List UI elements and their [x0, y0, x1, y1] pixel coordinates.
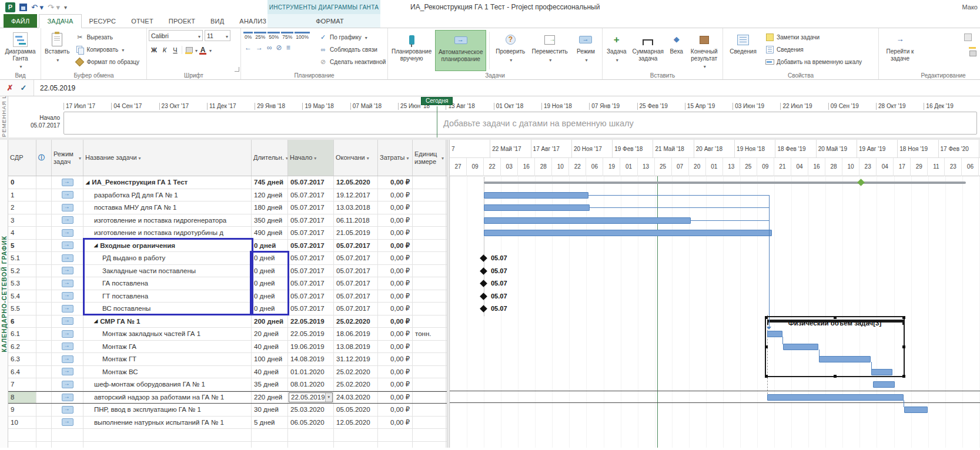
progress-25-button[interactable]: 25%: [254, 32, 266, 41]
task-bar-3[interactable]: [484, 217, 691, 224]
unlink-tasks-icon[interactable]: ⊘: [276, 43, 282, 52]
add-to-timeline-button[interactable]: Добавить на временную шкалу: [763, 56, 864, 68]
task-mode-button[interactable]: Режим: [571, 30, 600, 71]
insert-deliverable-button[interactable]: Конечный результат: [687, 30, 721, 71]
task-row-5.1[interactable]: 5.1РД выдано в работу0 дней05.07.201705.…: [8, 252, 447, 265]
milestone-5-3[interactable]: [480, 280, 487, 287]
selection-handle[interactable]: [765, 375, 768, 378]
task-bar-8[interactable]: [767, 394, 904, 401]
milestone-5-4[interactable]: [480, 293, 487, 300]
project-logo-icon[interactable]: [5, 2, 15, 12]
task-row-5.2[interactable]: 5.2Закладные части поставлены0 дней05.07…: [8, 265, 447, 278]
task-row-7[interactable]: 7шеф-монтаж оборудования ГА № 135 дней08…: [8, 378, 447, 391]
font-color-button[interactable]: [198, 45, 208, 55]
selection-handle[interactable]: [902, 345, 905, 348]
task-row-6.1[interactable]: 6.1Монтаж закладных частей ГА 120 дней22…: [8, 328, 447, 341]
progress-50-button[interactable]: 50%: [267, 32, 280, 41]
save-icon[interactable]: [19, 4, 27, 11]
selection-handle[interactable]: [765, 316, 768, 319]
selection-handle[interactable]: [902, 375, 905, 378]
date-picker-dropdown-icon[interactable]: [325, 393, 332, 402]
column-header-единицизмере[interactable]: Единиц измере: [413, 140, 446, 176]
task-row-10[interactable]: 10выполнение натурных испытаний ГА № 15 …: [8, 417, 447, 429]
undo-icon[interactable]: [31, 3, 44, 12]
indent-task-icon[interactable]: →: [256, 43, 263, 52]
background-color-button[interactable]: [183, 45, 194, 55]
milestone-5-5[interactable]: [480, 305, 487, 313]
task-row-4[interactable]: 4изготовление и поставка гидротурбины д4…: [8, 227, 447, 240]
tab-analysis[interactable]: АНАЛИЗ: [232, 14, 274, 28]
link-tasks-icon[interactable]: ∞: [267, 43, 272, 52]
mark-on-track-button[interactable]: ✓По графику: [316, 31, 388, 43]
column-header-[interactable]: ⓘ: [36, 140, 52, 176]
accept-entry-icon[interactable]: [21, 83, 27, 92]
column-header-сдр[interactable]: СДР: [8, 140, 36, 176]
paste-button[interactable]: Вставить: [43, 30, 71, 71]
task-row-5.5[interactable]: 5.5ВС поставлены0 дней05.07.201705.07.20…: [8, 303, 447, 315]
selection-handle[interactable]: [834, 316, 837, 319]
task-row-1[interactable]: 1разработка РД для ГА № 1120 дней05.07.2…: [8, 189, 447, 202]
inspect-task-button[interactable]: Проверить: [493, 30, 528, 71]
redo-icon[interactable]: [48, 3, 60, 12]
column-header-названиезадачи[interactable]: Название задачи: [83, 140, 252, 176]
inactivate-button[interactable]: ⊘Сделать неактивной: [316, 56, 388, 68]
editing-extra-button-2[interactable]: [961, 43, 975, 55]
task-row-6[interactable]: 6◢СМР ГА № 1200 дней22.05.201925.02.2020…: [8, 315, 447, 328]
gantt-chart-button[interactable]: Диаграмма Ганта: [2, 30, 39, 71]
auto-schedule-button[interactable]: Автоматическое планирование: [435, 30, 486, 71]
physical-volume-callout[interactable]: Физический объем задач[3]: [765, 316, 905, 377]
insert-summary-button[interactable]: Суммарная задача: [630, 30, 665, 71]
progress-0-button[interactable]: 0%: [243, 32, 253, 41]
tab-file[interactable]: ФАЙЛ: [4, 14, 37, 28]
editing-extra-button-1[interactable]: [961, 31, 975, 43]
task-information-button[interactable]: Сведения: [725, 30, 761, 71]
task-row-9[interactable]: 9ПНР, ввод в эксплуатацию ГА № 130 дней2…: [8, 404, 447, 417]
task-row-2[interactable]: 2поставка МНУ для ГА № 1180 дней05.07.20…: [8, 202, 447, 214]
customize-toolbar-icon[interactable]: [64, 4, 67, 11]
user-name[interactable]: Мако: [962, 0, 978, 14]
task-row-5.3[interactable]: 5.3ГА поставлена0 дней05.07.201705.07.20…: [8, 277, 447, 290]
move-task-button[interactable]: Переместить: [530, 30, 570, 71]
selection-handle[interactable]: [765, 345, 768, 348]
bold-button[interactable]: Ж: [149, 45, 159, 55]
cut-button[interactable]: Вырезать: [73, 31, 142, 43]
italic-button[interactable]: К: [159, 45, 170, 55]
timeline-band[interactable]: Добавьте задачи с датами на временную шк…: [63, 112, 977, 135]
start-date-editor[interactable]: 22.05.2019: [289, 392, 333, 403]
underline-button[interactable]: Ч: [170, 45, 180, 55]
task-row-6.2[interactable]: 6.2Монтаж ГА40 дней19.06.201913.08.20190…: [8, 341, 447, 354]
details-button[interactable]: Сведения: [763, 43, 864, 55]
milestone-5-1[interactable]: [480, 254, 487, 262]
task-row-0[interactable]: 0◢ИА_Реконструкция ГА 1 Тест745 дней05.0…: [8, 176, 447, 189]
tab-task[interactable]: ЗАДАЧА: [39, 14, 81, 28]
entry-bar-value[interactable]: 22.05.2019: [34, 80, 75, 96]
expand-collapse-icon[interactable]: ◢: [94, 318, 98, 324]
column-header-длительн[interactable]: Длительн.: [252, 140, 288, 176]
split-task-icon[interactable]: ≡: [286, 43, 290, 52]
task-row-6.4[interactable]: 6.4Монтаж ВС40 дней01.01.202025.02.20200…: [8, 366, 447, 379]
selection-handle[interactable]: [902, 316, 905, 319]
insert-task-button[interactable]: Задача: [604, 30, 628, 71]
task-row-5[interactable]: 5◢Входные ограничения0 дней05.07.201705.…: [8, 240, 447, 253]
column-header-окончани[interactable]: Окончани: [334, 140, 378, 176]
font-size-combo[interactable]: 11: [205, 30, 230, 41]
column-header-режимзадач[interactable]: Режим задач: [52, 140, 83, 176]
task-bar-7[interactable]: [873, 381, 895, 388]
outdent-task-icon[interactable]: ←: [245, 43, 252, 52]
task-bar-4[interactable]: [484, 230, 772, 236]
task-row-3[interactable]: 3изготовление и поставка гидрогенератора…: [8, 214, 447, 227]
cancel-entry-icon[interactable]: [7, 83, 14, 92]
font-dialog-launcher-icon[interactable]: [235, 67, 239, 72]
tab-project[interactable]: ПРОЕКТ: [161, 14, 203, 28]
task-bar-2[interactable]: [484, 204, 590, 211]
tab-format[interactable]: ФОРМАТ: [308, 14, 352, 28]
timeline-pane-tab[interactable]: ВРЕМЕННАЯ Ш: [0, 96, 8, 137]
tab-report[interactable]: ОТЧЕТ: [123, 14, 161, 28]
respect-links-button[interactable]: ∞Соблюдать связи: [316, 43, 388, 55]
expand-collapse-icon[interactable]: ◢: [86, 180, 89, 185]
selection-handle[interactable]: [834, 375, 837, 378]
task-bar-1[interactable]: [484, 192, 588, 199]
project-summary-bar[interactable]: [484, 182, 966, 184]
task-row-8[interactable]: 8авторский надзор за работами на ГА № 12…: [8, 391, 447, 404]
manually-schedule-button[interactable]: Планирование вручную: [390, 30, 433, 71]
